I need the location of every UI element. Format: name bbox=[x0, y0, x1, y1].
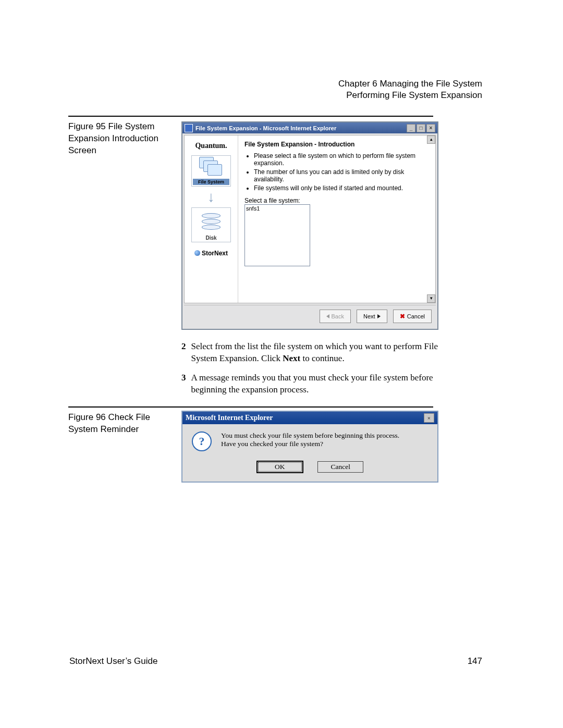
list-option-1[interactable]: snfs1 bbox=[246, 205, 309, 212]
step2-num: 2 bbox=[181, 341, 186, 365]
stornext-globe-icon bbox=[194, 250, 200, 256]
disk-label: Disk bbox=[193, 235, 229, 241]
close-button[interactable]: × bbox=[426, 124, 435, 132]
page-header: Chapter 6 Managing the File System Perfo… bbox=[338, 78, 482, 101]
scroll-up-icon[interactable]: ▴ bbox=[427, 135, 435, 144]
minimize-button[interactable]: _ bbox=[407, 124, 415, 132]
ie-app-icon bbox=[185, 124, 193, 132]
figure95-caption: Figure 95 File System Expansion Introduc… bbox=[68, 121, 170, 157]
step2-text: Select from the list the file system on … bbox=[191, 341, 439, 365]
wizard-button-bar: Back Next ✖ Cancel bbox=[184, 305, 436, 327]
msgbox-title-text: Microsoft Internet Explorer bbox=[186, 414, 273, 422]
msgbox-buttons: OK Cancel bbox=[192, 461, 428, 473]
footer-page-number: 147 bbox=[468, 656, 482, 667]
message-box: Microsoft Internet Explorer × ? You must… bbox=[181, 411, 438, 483]
footer-guide: StorNext User’s Guide bbox=[69, 656, 157, 666]
ie-body: ▴ ▾ Quantum. File System ↓ bbox=[184, 135, 436, 303]
maximize-button[interactable]: □ bbox=[417, 124, 425, 132]
figure96-caption: Figure 96 Check File System Reminder bbox=[68, 412, 170, 436]
bullet-1: Please select a file system on which to … bbox=[254, 152, 429, 167]
cancel-x-icon: ✖ bbox=[400, 313, 405, 320]
msgbox-body: ? You must check your file system before… bbox=[182, 424, 437, 482]
ok-button[interactable]: OK bbox=[256, 461, 303, 473]
next-button[interactable]: Next bbox=[357, 310, 387, 323]
stornext-logo: StorNext bbox=[187, 250, 235, 257]
figure96-screenshot: Microsoft Internet Explorer × ? You must… bbox=[181, 411, 438, 483]
window-controls: _ □ × bbox=[407, 124, 435, 132]
wizard-heading: File System Expansion - Introduction bbox=[244, 141, 429, 148]
question-icon: ? bbox=[192, 431, 212, 451]
rule-above-fig2 bbox=[68, 406, 433, 408]
filesystem-label: File System bbox=[193, 179, 229, 185]
cancel-button[interactable]: ✖ Cancel bbox=[393, 310, 432, 323]
figure95-screenshot: File System Expansion - Microsoft Intern… bbox=[181, 121, 438, 330]
filesystem-graphic: File System bbox=[191, 155, 231, 187]
select-label: Select a file system: bbox=[244, 197, 429, 204]
msgbox-titlebar: Microsoft Internet Explorer × bbox=[182, 412, 437, 424]
scroll-down-icon[interactable]: ▾ bbox=[427, 294, 435, 303]
filesystem-listbox[interactable]: snfs1 bbox=[244, 204, 310, 266]
chapter-line: Chapter 6 Managing the File System bbox=[338, 78, 482, 90]
msgbox-cancel-button[interactable]: Cancel bbox=[317, 461, 363, 473]
next-arrow-icon bbox=[377, 314, 381, 318]
ie-title-text: File System Expansion - Microsoft Intern… bbox=[195, 125, 336, 131]
ie-titlebar: File System Expansion - Microsoft Intern… bbox=[182, 122, 437, 133]
section-line: Performing File System Expansion bbox=[338, 90, 482, 101]
msgbox-close-button[interactable]: × bbox=[424, 413, 434, 423]
msgbox-text: You must check your file system before b… bbox=[221, 431, 399, 448]
step-list: 2 Select from the list the file system o… bbox=[181, 341, 438, 396]
ie-window: File System Expansion - Microsoft Intern… bbox=[181, 121, 438, 330]
arrow-down-icon: ↓ bbox=[187, 190, 235, 204]
wizard-sidebar: Quantum. File System ↓ bbox=[185, 135, 238, 303]
step3-text: A message reminds you that you must chec… bbox=[191, 372, 439, 396]
back-button: Back bbox=[320, 310, 351, 323]
bullet-3: File systems will only be listed if star… bbox=[254, 184, 429, 192]
rule-above-fig1 bbox=[68, 116, 433, 117]
quantum-logo: Quantum. bbox=[187, 142, 235, 150]
disk-graphic: Disk bbox=[191, 207, 231, 242]
page-footer: StorNext User’s Guide 147 bbox=[69, 656, 482, 667]
wizard-content: File System Expansion - Introduction Ple… bbox=[238, 135, 435, 303]
back-arrow-icon bbox=[326, 314, 329, 318]
bullet-2: The number of luns you can add is limite… bbox=[254, 168, 429, 183]
wizard-bullets: Please select a file system on which to … bbox=[244, 152, 429, 192]
step3-num: 3 bbox=[181, 372, 186, 396]
